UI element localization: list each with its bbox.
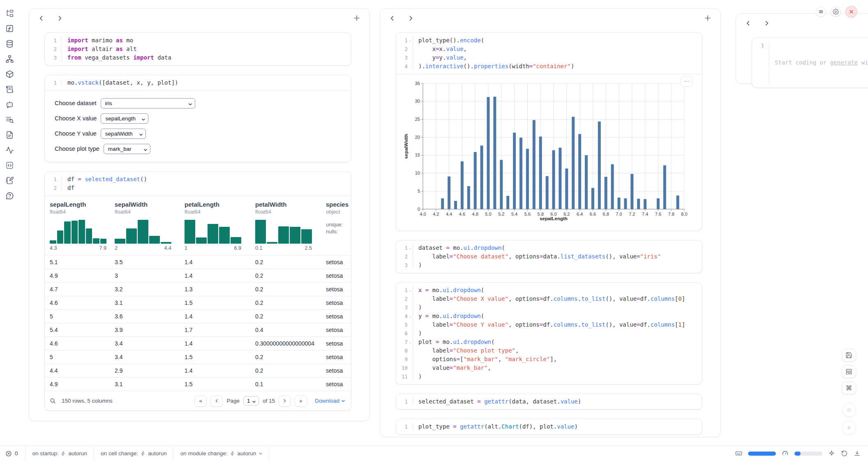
table-row[interactable]: 4.73.21.30.2setosa [45, 282, 351, 296]
chat-bot-icon[interactable] [5, 100, 14, 109]
next-page-button[interactable] [279, 395, 291, 407]
table-column-header[interactable]: speciesobjectunique:nulls: [326, 201, 351, 255]
package-icon[interactable] [5, 70, 14, 78]
add-cell-button[interactable] [704, 14, 711, 22]
page-select[interactable]: 1 [243, 396, 259, 406]
download-button[interactable]: Download [315, 398, 345, 404]
cell-dataset-dropdown[interactable]: 1⌄23dataset = mo.ui.dropdown( label="Cho… [395, 240, 702, 273]
help-question-icon[interactable] [5, 191, 14, 200]
document-icon[interactable] [5, 131, 14, 139]
code-editor[interactable]: 1⌄234⌄567⌄891011x = mo.ui.dropdown( labe… [396, 283, 702, 384]
table-row[interactable]: 53.41.50.2setosa [45, 350, 351, 364]
generate-link[interactable]: generate [830, 59, 858, 66]
run-mode-segment[interactable]: on startup:autorun [26, 446, 95, 461]
table-column-header[interactable]: sepalLengthfloat644.37.9 [50, 201, 115, 255]
control-select[interactable]: sepalLength [101, 113, 148, 124]
settings-button[interactable] [831, 7, 841, 17]
fold-toggle-icon[interactable]: ⌄ [408, 286, 413, 295]
sidebar-rail [0, 0, 19, 445]
run-all-button[interactable] [842, 421, 856, 435]
table-cell: 4.6 [50, 300, 115, 306]
control-select-input[interactable]: sepalWidth [101, 129, 146, 139]
cell-imports[interactable]: 123import marimo as moimport altair as a… [44, 32, 351, 66]
cell-dataframe[interactable]: 12df = selected_dataset()df sepalLengthf… [44, 171, 351, 411]
table-row[interactable]: 4.93.11.50.1setosa [45, 377, 351, 391]
collapse-left-icon[interactable] [389, 15, 395, 21]
gauge-icon[interactable] [782, 450, 789, 457]
scroll-log-icon[interactable] [5, 85, 14, 94]
run-mode-segment[interactable]: on module change:autorun [174, 446, 270, 461]
function-square-icon[interactable] [5, 24, 14, 33]
control-select[interactable]: sepalWidth [101, 129, 146, 139]
menu-button[interactable] [816, 7, 826, 17]
layout-button[interactable] [842, 365, 856, 378]
fold-toggle-icon[interactable]: ⌄ [408, 36, 413, 45]
svg-text:sepalLength: sepalLength [540, 216, 568, 221]
table-row[interactable]: 4.931.40.2setosa [45, 269, 351, 282]
restart-kernel-icon[interactable] [841, 450, 848, 457]
table-row[interactable]: 5.43.91.70.4setosa [45, 323, 351, 337]
control-select-input[interactable]: iris [101, 98, 195, 108]
search-icon[interactable] [50, 398, 56, 404]
cell-empty-new[interactable]: 1 Start coding or generate with AI. [752, 37, 868, 88]
code-editor[interactable]: 1mo.vstack([dataset, x, y, plot]) [45, 75, 351, 90]
close-button[interactable] [845, 6, 857, 18]
table-row[interactable]: 4.42.91.40.2setosa [45, 364, 351, 377]
table-row[interactable]: 4.63.11.50.2setosa [45, 296, 351, 309]
control-select[interactable]: iris [101, 98, 195, 108]
table-column-header[interactable]: petalWidthfloat640.12.5 [255, 201, 326, 255]
snippets-code-icon[interactable] [5, 161, 14, 170]
save-button[interactable] [842, 349, 856, 362]
control-select-input[interactable]: mark_bar [104, 144, 150, 154]
code-editor[interactable]: 1⌄234plot_type().encode( x=x.value, y=y.… [396, 33, 702, 74]
svg-text:4.8: 4.8 [472, 212, 478, 217]
scratchpad-notebook-icon[interactable] [5, 176, 14, 185]
table-row[interactable]: 4.63.41.40.30000000000000004setosa [45, 337, 351, 350]
table-row[interactable]: 53.61.40.2setosa [45, 309, 351, 323]
expand-right-icon[interactable] [408, 15, 414, 21]
code-placeholder[interactable]: Start coding or generate with AI. [775, 58, 868, 67]
collapse-left-icon[interactable] [745, 20, 751, 26]
tracing-activity-icon[interactable] [5, 146, 14, 154]
page-select-input[interactable]: 1 [243, 396, 259, 406]
fold-toggle-icon[interactable]: ⌄ [408, 338, 413, 346]
first-page-button[interactable]: « [194, 395, 207, 407]
table-column-header[interactable]: petalLengthfloat6416.9 [185, 201, 255, 255]
collapse-left-icon[interactable] [38, 15, 44, 21]
fold-toggle-icon[interactable]: ⌄ [408, 244, 413, 252]
table-cell: 1.5 [185, 300, 255, 306]
sparkle-icon[interactable] [828, 450, 835, 457]
control-select[interactable]: mark_bar [104, 144, 150, 154]
run-mode-segment[interactable]: on cell change:autorun [94, 446, 174, 461]
dependency-graph-icon[interactable] [5, 55, 14, 63]
chart-menu-button[interactable]: ⋯ [681, 76, 693, 87]
expand-right-icon[interactable] [57, 15, 63, 21]
fold-toggle-icon[interactable]: ⌄ [408, 312, 413, 320]
shortcuts-button[interactable]: ⌘ [842, 382, 856, 394]
bar-chart[interactable]: 4.04.24.44.64.85.05.25.45.65.86.06.26.46… [402, 77, 690, 225]
prev-page-button[interactable] [210, 395, 223, 407]
cell-selected-dataset[interactable]: 1selected_dataset = getattr(data, datase… [395, 394, 702, 410]
code-editor[interactable]: 1⌄23dataset = mo.ui.dropdown( label="Cho… [396, 240, 702, 273]
code-editor[interactable]: 1selected_dataset = getattr(data, datase… [396, 394, 702, 409]
keyboard-icon[interactable] [735, 450, 742, 457]
table-row[interactable]: 5.13.51.40.2setosa [45, 255, 351, 269]
code-editor[interactable]: 123import marimo as moimport altair as a… [45, 33, 351, 65]
control-select-input[interactable]: sepalLength [101, 113, 148, 124]
code-editor[interactable]: 1plot_type = getattr(alt.Chart(df), plot… [396, 419, 702, 434]
stop-kernel-button[interactable] [842, 403, 856, 417]
last-page-button[interactable]: » [295, 395, 307, 407]
expand-right-icon[interactable] [764, 20, 770, 26]
export-download-icon[interactable] [854, 450, 861, 457]
file-tree-icon[interactable] [5, 9, 14, 18]
cell-plot-type[interactable]: 1plot_type = getattr(alt.Chart(df), plot… [395, 419, 702, 435]
cell-plot[interactable]: 1⌄234plot_type().encode( x=x.value, y=y.… [395, 32, 702, 231]
cell-vstack[interactable]: 1mo.vstack([dataset, x, y, plot]) Choose… [44, 75, 351, 162]
code-editor[interactable]: 12df = selected_dataset()df [45, 172, 351, 196]
list-search-icon[interactable] [5, 115, 14, 124]
table-column-header[interactable]: sepalWidthfloat6424.4 [115, 201, 185, 255]
add-cell-button[interactable] [353, 14, 360, 22]
cell-xy-plot-dropdowns[interactable]: 1⌄234⌄567⌄891011x = mo.ui.dropdown( labe… [395, 282, 702, 385]
database-icon[interactable] [5, 39, 14, 48]
errors-indicator[interactable]: 0 [0, 446, 26, 461]
